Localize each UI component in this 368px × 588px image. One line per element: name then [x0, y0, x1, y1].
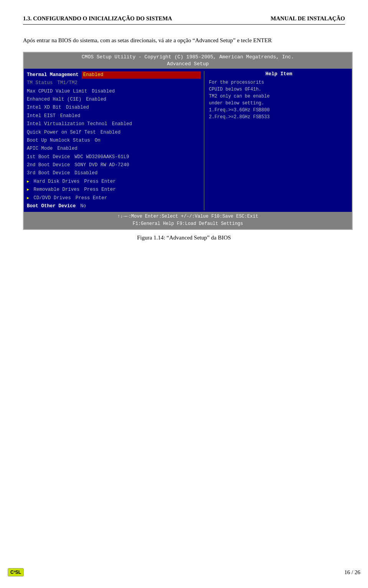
bios-label-boot2: 2nd Boot Device: [27, 162, 70, 169]
bios-value-numlock: On: [93, 137, 201, 144]
bios-title-bar: CMOS Setup Utility - Copyright (C) 1985-…: [24, 53, 352, 69]
c3sl-badge: C³SL: [8, 568, 24, 576]
bios-title-line1: CMOS Setup Utility - Copyright (C) 1985-…: [24, 54, 352, 61]
bios-value-removable: Press Enter: [83, 186, 201, 193]
bios-label-boot3: 3rd Boot Device: [27, 170, 70, 177]
bios-row-halt: Enhanced Halt (C1E) Enabled: [27, 96, 201, 104]
bios-label-virt: Intel Virtualization Technol: [27, 121, 107, 128]
bios-help-line6: 2.Freq.>=2.8GHz FSB533: [209, 114, 349, 121]
bios-label-numlock: Boot Up Numlock Status: [27, 137, 90, 144]
bios-body: Thermal Management Enabled TM Status TM1…: [24, 69, 352, 212]
bios-title-line2: Advanced Setup: [24, 61, 352, 68]
bios-help-line1: For the processorits: [209, 79, 349, 86]
bios-help-line2: CPUID belows 0F41h.: [209, 86, 349, 93]
bios-label-removable: ► Removable Drives: [27, 186, 80, 193]
bios-label-tmstatus: TM Status: [27, 79, 53, 87]
bios-row-numlock: Boot Up Numlock Status On: [27, 137, 201, 145]
bios-value-hdd: Press Enter: [83, 178, 201, 185]
bios-row-boot3: 3rd Boot Device Disabled: [27, 169, 201, 177]
figure-caption: Figura 1.14: “Advanced Setup” da BIOS: [23, 235, 345, 241]
bios-row-quickpower: Quick Power on Self Test Enabled: [27, 129, 201, 137]
bios-label-xdbit: Intel XD Bit: [27, 104, 61, 111]
bios-row-removable: ► Removable Drives Press Enter: [27, 186, 201, 194]
bios-label-boot1: 1st Boot Device: [27, 154, 70, 161]
bios-label-thermal: Thermal Management: [27, 71, 79, 79]
bios-row-cpuid: Max CPUID Value Limit Disabled: [27, 88, 201, 96]
bios-value-halt: Enabled: [85, 96, 201, 103]
bios-value-boot1: WDC WD3200AAKS-61L9: [73, 154, 201, 161]
bios-screenshot: CMOS Setup Utility - Copyright (C) 1985-…: [23, 52, 353, 230]
page-header: 1.3. CONFIGURANDO O INICIALIZAÇÃO DO SIS…: [23, 15, 345, 25]
bios-label-bootother: Boot Other Device: [27, 203, 76, 210]
bios-help-title: Help Item: [209, 71, 349, 77]
header-doc-title: MANUAL DE INSTALAÇÃO: [271, 15, 345, 22]
bios-row-boot1: 1st Boot Device WDC WD3200AAKS-61L9: [27, 153, 201, 161]
bios-value-thermal: Enabled: [82, 71, 201, 79]
page-number: 16 / 26: [344, 569, 360, 576]
bios-value-eist: Enabled: [59, 112, 201, 120]
bios-label-quickpower: Quick Power on Self Test: [27, 129, 96, 136]
bios-value-boot3: Disabled: [73, 170, 201, 177]
bios-help-line4: under below setting.: [209, 100, 349, 107]
bios-value-cpuid: Disabled: [90, 88, 201, 95]
bios-row-apic: APIC Mode Enabled: [27, 145, 201, 153]
bios-row-eist: Intel EIST Enabled: [27, 112, 201, 120]
bios-label-halt: Enhanced Halt (C1E): [27, 96, 82, 103]
bios-row-cddvd: ► CD/DVD Drives Press Enter: [27, 194, 201, 202]
bios-row-bootother: Boot Other Device No: [27, 202, 201, 210]
bios-label-cddvd: ► CD/DVD Drives: [27, 195, 71, 202]
bios-value-bootother: No: [79, 203, 201, 210]
bios-value-quickpower: Enabled: [99, 129, 201, 136]
bios-label-apic: APIC Mode: [27, 145, 53, 152]
bios-help-line5: 1.Freq.>=3.6GHz FSB800: [209, 107, 349, 114]
intro-paragraph: Após entrar na BIOS do sistema, com as s…: [23, 36, 345, 45]
bios-value-apic: Enabled: [56, 145, 201, 152]
bios-value-xdbit: Disabled: [64, 104, 201, 111]
bios-row-boot2: 2nd Boot Device SONY DVD RW AD-7240: [27, 161, 201, 169]
bios-label-cpuid: Max CPUID Value Limit: [27, 88, 87, 95]
bios-footer-line1: ↑↓→←:Move Enter:Select +/-/:Value F10:Sa…: [24, 213, 352, 220]
bios-label-eist: Intel EIST: [27, 112, 56, 120]
bios-row-virt: Intel Virtualization Technol Enabled: [27, 120, 201, 128]
bios-left-panel: Thermal Management Enabled TM Status TM1…: [27, 71, 204, 210]
bios-label-hdd: ► Hard Disk Drives: [27, 178, 80, 185]
bios-value-boot2: SONY DVD RW AD-7240: [73, 162, 201, 169]
bios-row-hdd: ► Hard Disk Drives Press Enter: [27, 178, 201, 186]
bios-value-virt: Enabled: [110, 121, 201, 128]
bios-value-tmstatus: TM1/TM2: [56, 79, 201, 87]
bios-row-thermal: Thermal Management Enabled: [27, 71, 201, 79]
bios-footer: ↑↓→←:Move Enter:Select +/-/:Value F10:Sa…: [24, 212, 352, 229]
bios-help-text: For the processorits CPUID belows 0F41h.…: [209, 79, 349, 121]
page-footer: C³SL 16 / 26: [0, 568, 368, 576]
bios-right-panel: Help Item For the processorits CPUID bel…: [204, 71, 349, 210]
bios-row-xdbit: Intel XD Bit Disabled: [27, 104, 201, 112]
bios-help-line3: TM2 only can be enable: [209, 93, 349, 100]
bios-row-tmstatus: TM Status TM1/TM2: [27, 79, 201, 87]
bios-footer-line2: F1:General Help F9:Load Default Settings: [24, 220, 352, 228]
bios-value-cddvd: Press Enter: [74, 195, 201, 202]
header-section-title: 1.3. CONFIGURANDO O INICIALIZAÇÃO DO SIS…: [23, 15, 172, 22]
